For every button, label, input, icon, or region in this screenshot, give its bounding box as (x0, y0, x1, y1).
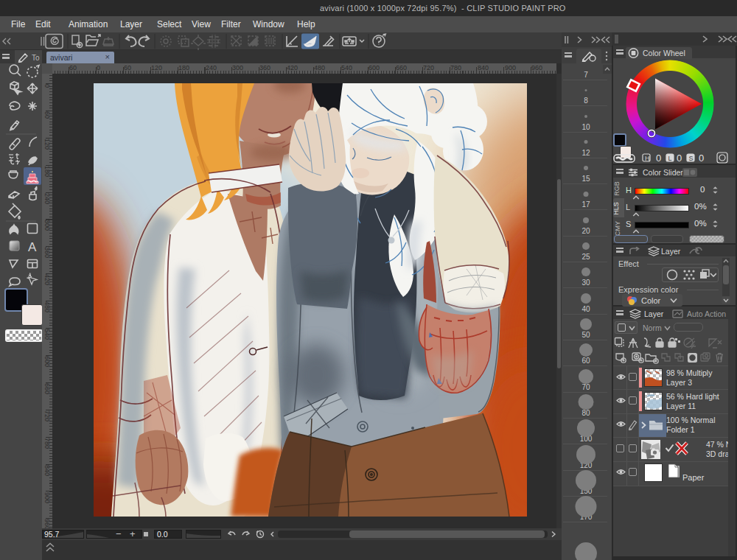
svg-text:0: 0 (656, 153, 661, 164)
svg-text:0: 0 (699, 153, 704, 164)
svg-text:S: S (689, 155, 694, 162)
svg-text:A: A (28, 240, 37, 254)
svg-text:0: 0 (677, 153, 682, 164)
svg-text:L: L (668, 155, 672, 162)
svg-text:H: H (645, 155, 650, 162)
svg-text:To: To (32, 54, 40, 62)
